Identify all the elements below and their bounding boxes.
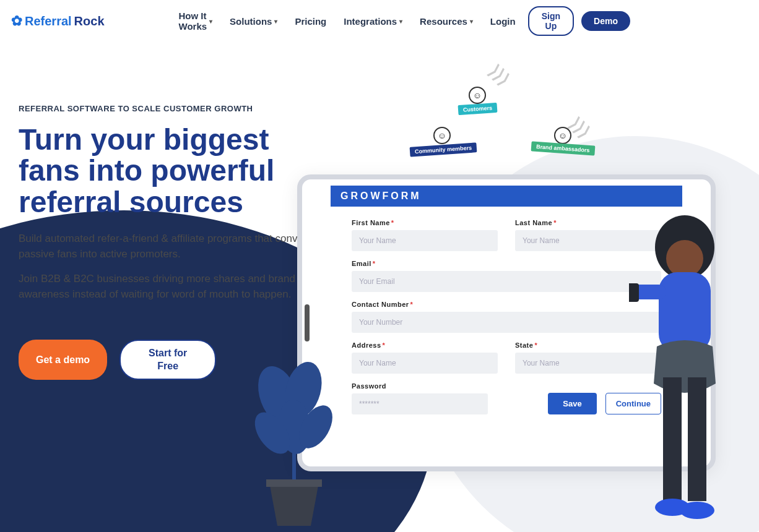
svg-rect-14	[688, 377, 706, 501]
nav-item-label: Resources	[420, 16, 467, 27]
first-name-label: First Name*	[352, 219, 498, 226]
nav-login[interactable]: Login	[490, 16, 516, 27]
nav-resources[interactable]: Resources ▾	[420, 16, 473, 27]
avatar-icon: ☺	[433, 127, 451, 144]
svg-rect-12	[629, 283, 639, 302]
demo-button[interactable]: Demo	[581, 11, 630, 31]
svg-rect-13	[663, 377, 682, 501]
svg-marker-6	[269, 483, 319, 526]
gear-icon: ✿	[11, 13, 22, 29]
get-demo-button[interactable]: Get a demo	[19, 340, 107, 380]
password-input[interactable]	[352, 393, 488, 414]
person-illustration	[629, 210, 753, 532]
avatar-icon: ☺	[469, 87, 486, 104]
svg-point-9	[666, 240, 703, 277]
svg-rect-7	[266, 479, 322, 487]
email-label: Email*	[352, 260, 661, 267]
address-label: Address*	[352, 341, 498, 349]
hero-section: REFERRAL SOFTWARE TO SCALE CUSTOMER GROW…	[0, 42, 347, 380]
nav-item-label: Integrations	[344, 16, 397, 27]
nav-how-it-works[interactable]: How It Works ▾	[179, 11, 213, 32]
tag-customers: Customers	[458, 103, 498, 115]
nav-item-label: Pricing	[295, 16, 326, 27]
first-name-input[interactable]	[352, 230, 498, 251]
contact-label: Contact Number*	[352, 301, 661, 308]
address-input[interactable]	[352, 353, 498, 374]
nav-pricing[interactable]: Pricing	[295, 16, 326, 27]
nav-right: Sign Up Demo	[528, 6, 748, 36]
avatar-icon: ☺	[554, 127, 571, 144]
hero-eyebrow: REFERRAL SOFTWARE TO SCALE CUSTOMER GROW…	[19, 104, 328, 113]
nav-integrations[interactable]: Integrations ▾	[344, 16, 402, 27]
email-input[interactable]	[352, 271, 661, 292]
device-camera-icon	[305, 304, 310, 341]
nav-item-label: Solutions	[230, 16, 272, 27]
start-free-button[interactable]: Start for Free	[119, 340, 216, 380]
brand-word-1: Referral	[25, 14, 72, 28]
svg-point-16	[680, 502, 714, 519]
signal-icon: ⟩⟩⟩	[485, 61, 514, 90]
chevron-down-icon: ▾	[209, 18, 212, 25]
brand-word-2: Rock	[74, 14, 105, 28]
chevron-down-icon: ▾	[274, 18, 277, 25]
password-label: Password	[352, 382, 488, 390]
nav-solutions[interactable]: Solutions ▾	[230, 16, 277, 27]
hero-headline: Turn your biggest fans into powerful ref…	[19, 124, 328, 218]
signup-button[interactable]: Sign Up	[528, 6, 574, 36]
nav-links: How It Works ▾ Solutions ▾ Pricing Integ…	[179, 11, 516, 32]
chevron-down-icon: ▾	[470, 18, 473, 25]
contact-input[interactable]	[352, 312, 661, 333]
hero-paragraph-2: Join B2B & B2C businesses driving more s…	[19, 272, 316, 302]
nav-item-label: Login	[490, 16, 516, 27]
brand-logo[interactable]: ✿ ReferralRock	[11, 13, 105, 29]
plant-illustration	[235, 353, 347, 532]
save-button[interactable]: Save	[548, 393, 596, 414]
tag-community: Community members	[410, 142, 477, 157]
form-header: GROWFORM	[331, 186, 682, 207]
chevron-down-icon: ▾	[399, 18, 402, 25]
nav-item-label: How It Works	[179, 11, 207, 32]
top-nav: ✿ ReferralRock How It Works ▾ Solutions …	[0, 0, 759, 42]
hero-paragraph-1: Build automated refer-a-friend & affilia…	[19, 231, 316, 262]
